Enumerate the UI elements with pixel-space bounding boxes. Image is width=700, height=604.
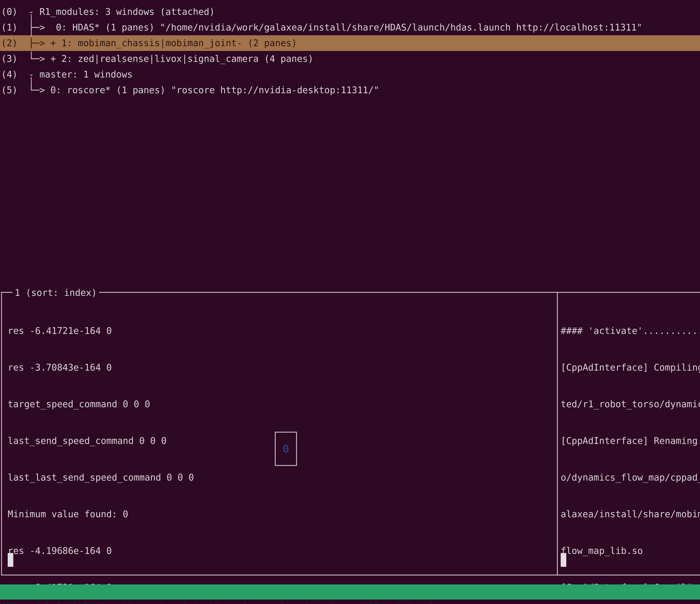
terminal-line: o/dynamics_flow_map/cppad_generated/dyna… <box>561 470 700 485</box>
tree-connector-line <box>31 77 32 85</box>
preview-pane-0[interactable]: res -6.41721e-164 0 res -3.70843e-164 0 … <box>8 302 194 604</box>
tree-item-window-hdas[interactable]: (1) ├─> 0: HDAS* (1 panes) "/home/nvidia… <box>0 20 700 35</box>
terminal-line: res -6.41721e-164 0 <box>8 323 194 339</box>
tree-item-window-mobiman-selected[interactable]: (2) ├─> + 1: mobiman_chassis|mobiman_joi… <box>0 35 700 51</box>
terminal-line: target_speed_command 0 0 0 <box>8 396 194 412</box>
pane-number-label: 0 <box>283 443 289 455</box>
tree-connector-line <box>31 52 32 56</box>
tmux-status-bar: [R1_module0:HDAS* 1:mobiman_chassis|mobi… <box>0 584 700 600</box>
tree-item-window-sensors[interactable]: (3) └─> + 2: zed|realsense|livox|signal_… <box>0 51 700 67</box>
preview-pane-1[interactable]: #### 'activate'.........................… <box>561 302 700 604</box>
terminal-line: ted/r1_robot_torso/dynamics_flow_map/cpp… <box>561 396 700 412</box>
terminal-line: res -3.70843e-164 0 <box>8 360 194 375</box>
preview-title: 1 (sort: index) <box>12 287 99 299</box>
tree-item-session-r1-modules[interactable]: (0) - R1_modules: 3 windows (attached) <box>0 4 700 20</box>
terminal-line: last_last_send_speed_command 0 0 0 <box>8 470 194 485</box>
terminal-line: flow_map_lib.so <box>561 543 700 559</box>
tree-item-session-master[interactable]: (4) - master: 1 windows <box>0 67 700 82</box>
terminal-line: res -4.19686e-164 0 <box>8 543 194 559</box>
status-session-window-list[interactable]: [R1_module0:HDAS* 1:mobiman_chassis|mobi… <box>1 600 472 604</box>
tree-connector-line <box>31 14 32 22</box>
terminal-line: alaxea/install/share/mobiman/auto_genera… <box>561 506 700 522</box>
terminal-line: [CppAdInterface] Renaming /home/nvidia/w… <box>561 433 700 449</box>
pane-number-indicator-0: 0 <box>275 432 297 466</box>
terminal-line: Minimum value found: 0 <box>8 506 194 522</box>
session-window-tree: (0) - R1_modules: 3 windows (attached) (… <box>0 4 700 98</box>
cursor-block-right-pane <box>561 553 566 567</box>
tree-item-window-roscore[interactable]: (5) └─> 0: roscore* (1 panes) "roscore h… <box>0 82 700 98</box>
terminal-line: [CppAdInterface] Compiling Shared Librar… <box>561 360 700 375</box>
terminal-line: last_send_speed_command 0 0 0 <box>8 433 194 449</box>
terminal-line: #### 'activate'.........................… <box>561 323 700 339</box>
tree-connector-line <box>31 30 32 36</box>
pane-divider <box>557 293 558 575</box>
cursor-block-left-pane <box>8 553 13 567</box>
